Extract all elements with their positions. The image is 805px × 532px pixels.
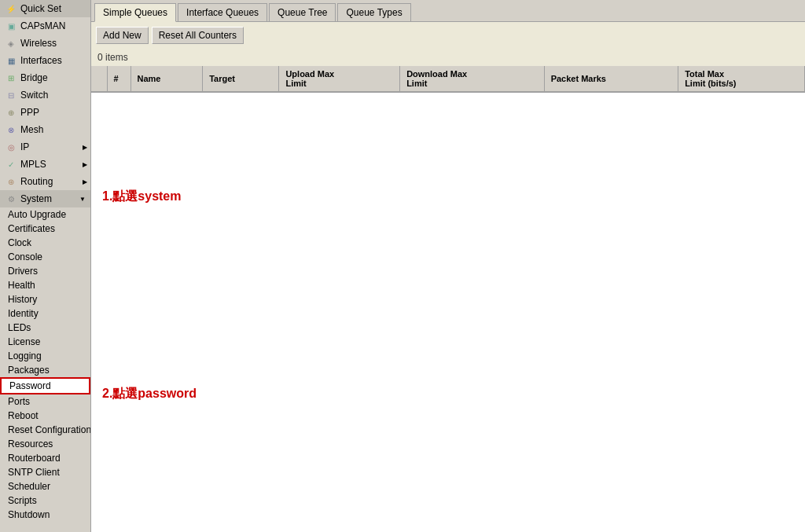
sidebar-item-capsman[interactable]: ▣ CAPsMAN [0, 17, 90, 35]
submenu-auto-upgrade[interactable]: Auto Upgrade [0, 207, 90, 222]
sidebar-item-interfaces[interactable]: ▦ Interfaces [0, 52, 90, 69]
wireless-icon: ◈ [5, 37, 17, 50]
submenu-sntp-client[interactable]: SNTP Client [0, 465, 90, 479]
sidebar-item-label: CAPsMAN [20, 20, 86, 31]
sidebar-item-label: Wireless [20, 38, 86, 49]
items-count: 0 items [91, 49, 805, 66]
system-icon: ⚙ [5, 193, 17, 205]
submenu-scheduler[interactable]: Scheduler [0, 479, 90, 493]
tab-simple-queues[interactable]: Simple Queues [94, 3, 176, 22]
submenu-clock[interactable]: Clock [0, 236, 90, 250]
sidebar-item-bridge[interactable]: ⊞ Bridge [0, 69, 90, 86]
submenu-console[interactable]: Console [0, 250, 90, 264]
sidebar-item-ppp[interactable]: ⊕ PPP [0, 104, 90, 121]
submenu-reboot[interactable]: Reboot [0, 409, 90, 423]
submenu-identity[interactable]: Identity [0, 306, 90, 321]
main-content: Simple Queues Interface Queues Queue Tre… [91, 0, 805, 532]
submenu-packages[interactable]: Packages [0, 363, 90, 377]
sidebar-item-label: Quick Set [20, 3, 86, 14]
submenu-license[interactable]: License [0, 335, 90, 349]
sidebar-item-label: PPP [20, 107, 86, 118]
ppp-icon: ⊕ [5, 106, 17, 119]
mpls-icon: ✓ [5, 158, 17, 171]
sidebar-item-routing[interactable]: ⊛ Routing [0, 173, 90, 190]
submenu-resources[interactable]: Resources [0, 437, 90, 451]
routing-icon: ⊛ [5, 175, 17, 188]
bridge-icon: ⊞ [5, 72, 17, 84]
col-name: Name [130, 66, 203, 92]
sidebar-item-system[interactable]: ⚙ System ▼ [0, 190, 90, 207]
col-num: # [107, 66, 130, 92]
submenu-logging[interactable]: Logging [0, 349, 90, 363]
sidebar-item-label: Routing [20, 176, 86, 187]
queues-table: # Name Target Upload MaxLimit Download M… [91, 66, 805, 93]
tab-queue-types[interactable]: Queue Types [337, 3, 410, 21]
ip-icon: ◎ [5, 141, 17, 153]
tab-bar: Simple Queues Interface Queues Queue Tre… [91, 0, 805, 22]
sidebar-item-switch[interactable]: ⊟ Switch [0, 86, 90, 104]
submenu-routerboard[interactable]: Routerboard [0, 451, 90, 465]
sidebar-item-mesh[interactable]: ⊗ Mesh [0, 121, 90, 138]
table-container: # Name Target Upload MaxLimit Download M… [91, 66, 805, 532]
mesh-icon: ⊗ [5, 123, 17, 136]
submenu-leds[interactable]: LEDs [0, 321, 90, 335]
col-total-max-limit: Total MaxLimit (bits/s) [678, 66, 805, 92]
toolbar: Add New Reset All Counters [91, 22, 805, 49]
sidebar-item-quick-set[interactable]: ⚡ Quick Set [0, 0, 90, 17]
submenu-shutdown[interactable]: Shutdown [0, 508, 90, 522]
submenu-history[interactable]: History [0, 292, 90, 306]
sidebar-item-label: Switch [20, 90, 86, 101]
reset-all-counters-button[interactable]: Reset All Counters [152, 27, 244, 44]
sidebar-item-wireless[interactable]: ◈ Wireless [0, 35, 90, 52]
tab-interface-queues[interactable]: Interface Queues [178, 3, 267, 21]
sidebar-item-mpls[interactable]: ✓ MPLS [0, 156, 90, 173]
add-new-button[interactable]: Add New [96, 27, 149, 44]
col-download-max-limit: Download MaxLimit [400, 66, 545, 92]
sidebar-item-ip[interactable]: ◎ IP [0, 138, 90, 156]
quick-set-icon: ⚡ [5, 2, 17, 15]
col-target: Target [203, 66, 279, 92]
submenu-scripts[interactable]: Scripts [0, 493, 90, 508]
submenu-drivers[interactable]: Drivers [0, 264, 90, 278]
sidebar: ⚡ Quick Set ▣ CAPsMAN ◈ Wireless ▦ Inter… [0, 0, 91, 532]
capsman-icon: ▣ [5, 20, 17, 32]
col-upload-max-limit: Upload MaxLimit [279, 66, 400, 92]
interfaces-icon: ▦ [5, 54, 17, 67]
submenu-password[interactable]: Password [0, 377, 90, 394]
sidebar-item-label: Bridge [20, 72, 86, 83]
tab-queue-tree[interactable]: Queue Tree [269, 3, 336, 21]
submenu-reset-configuration[interactable]: Reset Configuration [0, 423, 90, 437]
sidebar-item-label: Mesh [20, 124, 86, 135]
submenu-health[interactable]: Health [0, 278, 90, 292]
col-packet-marks: Packet Marks [544, 66, 678, 92]
sidebar-item-label: System [20, 193, 78, 204]
submenu-certificates[interactable]: Certificates [0, 222, 90, 236]
sidebar-item-label: Interfaces [20, 55, 86, 66]
submenu-ports[interactable]: Ports [0, 394, 90, 409]
annotation-password: 2.點選password [102, 386, 197, 402]
sidebar-item-label: IP [20, 141, 86, 152]
annotation-system: 1.點選system [102, 189, 182, 205]
sidebar-item-label: MPLS [20, 159, 86, 170]
col-checkbox [91, 66, 107, 92]
system-arrow: ▼ [79, 196, 86, 203]
switch-icon: ⊟ [5, 89, 17, 101]
